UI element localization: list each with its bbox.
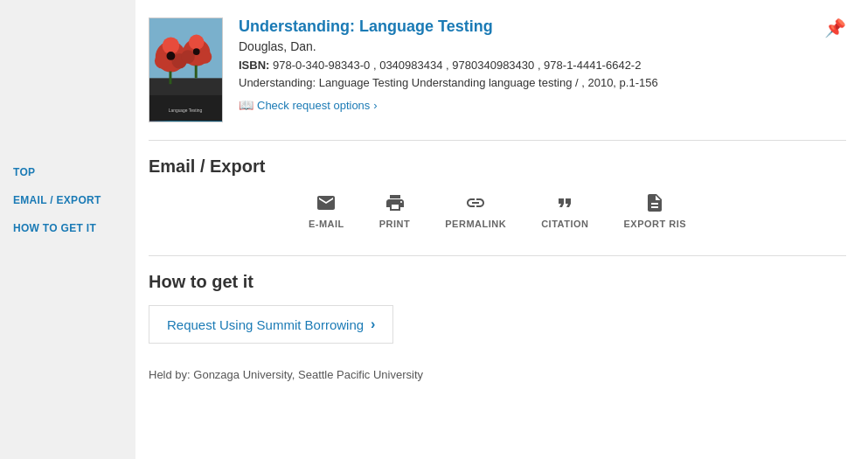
export-icons-row: E-MAIL PRINT PERMALINK	[149, 192, 846, 229]
permalink-label: PERMALINK	[445, 219, 506, 229]
svg-point-9	[181, 50, 195, 64]
export-ris-label: EXPORT RIS	[623, 219, 686, 229]
sidebar-nav: TOP EMAIL / EXPORT HOW TO GET IT	[13, 166, 122, 234]
svg-point-12	[193, 48, 200, 55]
chevron-right-icon: ›	[371, 316, 375, 332]
section-divider-1	[149, 140, 846, 141]
book-title: Understanding: Language Testing	[239, 17, 846, 36]
citation-label: CITATION	[541, 219, 588, 229]
email-label: E-MAIL	[309, 219, 344, 229]
sidebar-item-top[interactable]: TOP	[13, 166, 122, 178]
how-to-get-it-title: How to get it	[149, 272, 846, 292]
held-by-text: Held by: Gonzaga University, Seattle Pac…	[149, 368, 846, 381]
book-icon: 📖	[239, 98, 253, 112]
summit-borrowing-button[interactable]: Request Using Summit Borrowing ›	[149, 305, 393, 344]
book-header: Language Testing Understanding: Language…	[149, 17, 846, 122]
isbn-label: ISBN:	[239, 59, 269, 72]
email-export-title: Email / Export	[149, 156, 846, 177]
sidebar-item-how-to-get-it[interactable]: HOW TO GET IT	[13, 222, 122, 234]
sidebar: TOP EMAIL / EXPORT HOW TO GET IT	[0, 0, 135, 459]
citation-icon	[554, 192, 575, 213]
permalink-button[interactable]: PERMALINK	[445, 192, 506, 229]
citation-button[interactable]: CITATION	[541, 192, 588, 229]
book-cover: Language Testing	[149, 17, 223, 122]
print-icon	[385, 192, 406, 213]
print-label: PRINT	[379, 219, 411, 229]
svg-rect-13	[169, 72, 171, 85]
check-request-label: Check request options	[257, 99, 370, 112]
book-isbn: ISBN: 978-0-340-98343-0 , 0340983434 , 9…	[239, 59, 846, 72]
summit-borrowing-label: Request Using Summit Borrowing	[167, 317, 364, 332]
email-icon	[316, 192, 337, 213]
book-info: Understanding: Language Testing Douglas,…	[239, 17, 846, 122]
permalink-icon	[465, 192, 486, 213]
check-request-link[interactable]: 📖 Check request options ›	[239, 98, 846, 112]
svg-rect-14	[195, 66, 198, 79]
export-ris-icon	[644, 192, 665, 213]
svg-text:Language Testing: Language Testing	[169, 108, 203, 113]
svg-point-8	[189, 35, 205, 51]
book-author: Douglas, Dan.	[239, 39, 846, 53]
export-ris-button[interactable]: EXPORT RIS	[623, 192, 686, 229]
svg-point-10	[198, 50, 212, 64]
section-divider-2	[149, 255, 846, 256]
email-export-button[interactable]: E-MAIL	[309, 192, 344, 229]
isbn-value: 978-0-340-98343-0 , 0340983434 , 9780340…	[273, 59, 641, 72]
sidebar-item-email-export[interactable]: EMAIL / EXPORT	[13, 194, 122, 206]
book-description: Understanding: Language Testing Understa…	[239, 76, 846, 89]
chevron-right-icon: ›	[373, 99, 377, 112]
main-content: Language Testing Understanding: Language…	[135, 0, 868, 459]
print-button[interactable]: PRINT	[379, 192, 411, 229]
svg-point-11	[167, 52, 176, 60]
svg-point-4	[163, 37, 180, 54]
pin-icon[interactable]: 📌	[824, 17, 846, 38]
